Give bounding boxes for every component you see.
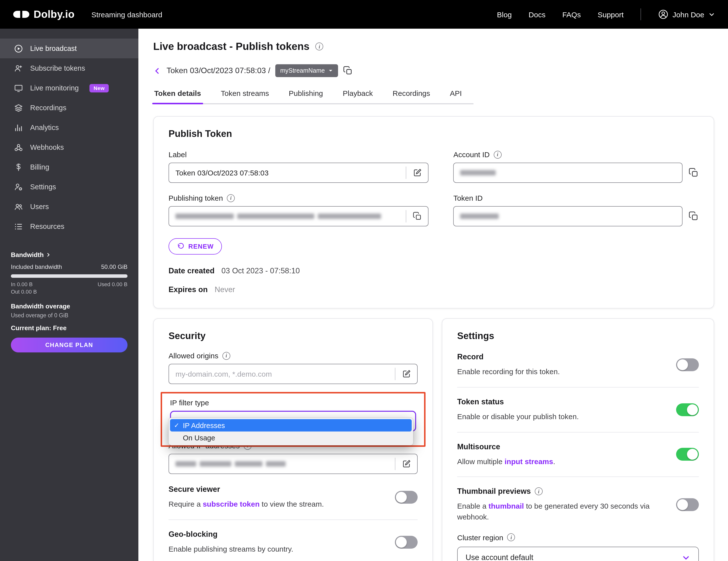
publishing-token-info-icon[interactable]: i (227, 194, 235, 202)
geo-blocking-toggle[interactable] (395, 536, 418, 548)
included-bandwidth-value: 50.00 GiB (101, 263, 128, 270)
multisource-desc: Allow multiple (457, 457, 505, 465)
token-id-field: Token ID (453, 194, 699, 226)
thumbnail-info-icon[interactable]: i (535, 488, 543, 496)
sidebar-label: Settings (30, 183, 56, 191)
edit-icon (402, 459, 411, 469)
user-name: John Doe (673, 10, 704, 19)
sidebar-item-analytics[interactable]: Analytics (0, 118, 138, 137)
dropdown-option-ip-addresses[interactable]: ✓ IP Addresses (170, 419, 412, 432)
account-id-field: Account ID i (453, 150, 699, 183)
sidebar-item-subscribe-tokens[interactable]: Subscribe tokens (0, 58, 138, 78)
checkmark-icon: ✓ (174, 422, 183, 429)
nav-faqs[interactable]: FAQs (562, 10, 581, 19)
tab-publishing[interactable]: Publishing (288, 89, 324, 103)
renew-icon (177, 243, 184, 250)
copy-account-id-button[interactable] (688, 168, 699, 178)
divider (457, 432, 699, 432)
record-toggle[interactable] (676, 358, 699, 371)
tab-recordings[interactable]: Recordings (392, 89, 431, 103)
streaming-dashboard: Dolby.io Streaming dashboard Blog Docs F… (0, 0, 728, 561)
sidebar-item-recordings[interactable]: Recordings (0, 98, 138, 118)
person-plus-icon (14, 64, 23, 73)
nav-blog[interactable]: Blog (497, 10, 512, 19)
stream-name-dropdown[interactable]: myStreamName (275, 64, 338, 77)
account-id-info-icon[interactable]: i (494, 151, 502, 158)
dropdown-option-on-usage[interactable]: On Usage (170, 432, 412, 444)
nav-docs[interactable]: Docs (529, 10, 545, 19)
record-title: Record (457, 352, 666, 361)
token-status-toggle[interactable] (676, 403, 699, 416)
included-bandwidth-label: Included bandwidth (11, 263, 62, 270)
label-field: Label (169, 150, 429, 183)
edit-allowed-ip-button[interactable] (395, 454, 417, 474)
bandwidth-title[interactable]: Bandwidth (11, 251, 128, 259)
expires-on-value: Never (215, 285, 235, 294)
geo-blocking-title: Geo-blocking (169, 530, 385, 539)
secure-viewer-toggle[interactable] (395, 491, 418, 504)
monitor-icon (14, 83, 23, 93)
allowed-origins-input[interactable] (175, 370, 395, 378)
expires-on-label: Expires on (169, 285, 208, 294)
multisource-title: Multisource (457, 442, 666, 451)
renew-button[interactable]: RENEW (169, 238, 222, 255)
nav-support[interactable]: Support (598, 10, 623, 19)
sidebar-item-live-broadcast[interactable]: Live broadcast (0, 39, 138, 58)
sidebar-item-billing[interactable]: Billing (0, 157, 138, 177)
tab-api[interactable]: API (449, 89, 463, 103)
divider (457, 387, 699, 388)
ip-filter-annotation-box: IP filter type ✓ IP Addresses On Usage (161, 392, 426, 447)
nav-divider (641, 8, 641, 20)
main-content: Live broadcast - Publish tokens i Token … (138, 29, 728, 561)
publish-token-heading: Publish Token (169, 129, 699, 139)
sidebar-item-settings[interactable]: Settings (0, 177, 138, 197)
copy-icon (343, 66, 353, 76)
new-badge: New (90, 84, 109, 92)
back-button[interactable] (153, 66, 162, 75)
publishing-token-redacted-value (175, 214, 406, 219)
input-streams-link[interactable]: input streams (505, 457, 553, 465)
product-name: Streaming dashboard (91, 10, 162, 19)
current-plan-label: Current plan: Free (11, 324, 128, 332)
sidebar-item-resources[interactable]: Resources (0, 216, 138, 236)
copy-icon (688, 168, 699, 178)
stream-name-label: myStreamName (280, 67, 325, 74)
sidebar-item-live-monitoring[interactable]: Live monitoring New (0, 78, 138, 98)
label-input[interactable] (175, 169, 406, 177)
secure-viewer-title: Secure viewer (169, 485, 385, 494)
allowed-origins-info-icon[interactable]: i (222, 352, 230, 360)
sidebar-label: Webhooks (30, 143, 64, 151)
sidebar-item-webhooks[interactable]: Webhooks (0, 137, 138, 157)
edit-allowed-origins-button[interactable] (395, 364, 417, 384)
cluster-region-info-icon[interactable]: i (507, 534, 515, 541)
dolby-logo[interactable]: Dolby.io (13, 8, 75, 20)
bandwidth-progress-bar (11, 274, 128, 278)
user-menu[interactable]: John Doe (658, 9, 715, 20)
sidebar-item-users[interactable]: Users (0, 197, 138, 216)
copy-publishing-token-button[interactable] (407, 207, 428, 226)
secure-viewer-desc: Require a (169, 500, 203, 508)
page-title-info-icon[interactable]: i (316, 43, 323, 50)
ip-filter-type-label: IP filter type (170, 398, 209, 407)
tab-token-details[interactable]: Token details (153, 89, 202, 103)
cluster-region-select[interactable]: Use account default (457, 547, 699, 561)
copy-token-id-button[interactable] (688, 211, 699, 221)
change-plan-button[interactable]: CHANGE PLAN (11, 338, 128, 352)
subscribe-token-link[interactable]: subscribe token (203, 500, 259, 508)
thumbnail-toggle[interactable] (676, 498, 699, 511)
option-label: On Usage (183, 434, 215, 442)
tab-token-streams[interactable]: Token streams (220, 89, 270, 103)
label-field-label: Label (169, 150, 187, 159)
secure-viewer-desc-suffix: to view the stream. (260, 500, 324, 508)
copy-icon (688, 211, 699, 221)
sidebar-label: Analytics (30, 124, 59, 131)
token-id-redacted-value (460, 214, 682, 219)
multisource-toggle[interactable] (676, 448, 699, 461)
thumbnail-link[interactable]: thumbnail (489, 502, 524, 510)
dolby-double-d-icon (13, 10, 30, 18)
layers-icon (14, 103, 23, 112)
copy-stream-button[interactable] (343, 66, 353, 76)
tab-playback[interactable]: Playback (342, 89, 374, 103)
edit-label-button[interactable] (407, 163, 428, 182)
edit-icon (402, 369, 411, 379)
